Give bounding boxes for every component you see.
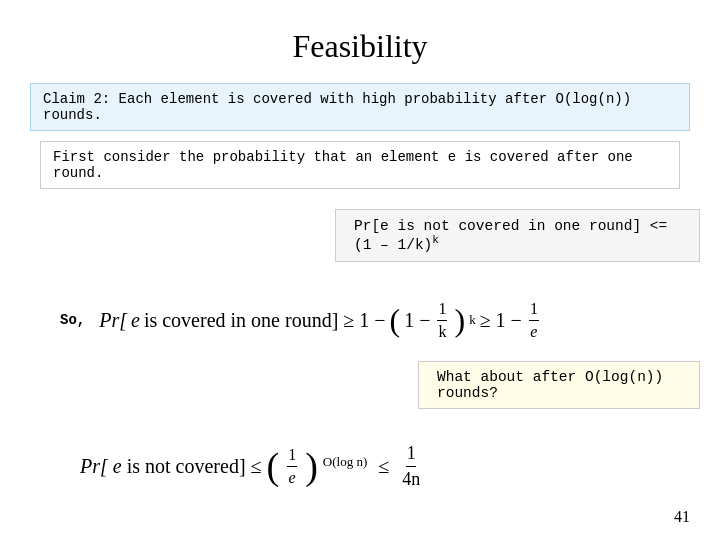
so-label: So, [60,312,85,328]
so-line: So, Pr[ e is covered in one round] ≥ 1 −… [60,300,700,341]
geq-sign: ≥ 1 − [480,309,522,332]
pr-e-text: e [131,309,140,332]
big-right-paren: ) [305,447,318,485]
so-formula: Pr[ e is covered in one round] ≥ 1 − ( 1… [99,300,542,341]
pr-not-covered-box: Pr[e is not covered in one round] <= (1 … [335,209,700,262]
one-minus: 1 − [404,309,430,332]
pr-e-label: e [113,455,122,478]
claim-box: Claim 2: Each element is covered with hi… [30,83,690,131]
exponent-ologn: O(log n) [323,454,367,470]
frac-1-k: 1 k [437,300,447,341]
exponent-k: k [469,312,476,328]
pr-text: Pr[ [99,309,127,332]
pr-not-text: is not covered] ≤ [127,455,262,478]
pr-box-text: Pr[e is not covered in one round] <= (1 … [354,218,667,253]
claim-text: Claim 2: Each element is covered with hi… [43,91,631,123]
right-paren-1: ) [454,304,465,336]
big-left-paren: ( [267,447,280,485]
frac-1-4n: 1 4n [402,443,420,490]
page-number: 41 [674,508,690,526]
pr-label: Pr[ [80,455,108,478]
page-container: Feasibility Claim 2: Each element is cov… [0,0,720,540]
frac-1-e-2: 1 e [287,446,297,487]
frac-1-e: 1 e [529,300,539,341]
pr-covered-text: is covered in one round] ≥ 1 − [144,309,386,332]
left-paren-1: ( [390,304,401,336]
leq-sign-2: ≤ [378,455,389,478]
page-title: Feasibility [20,0,700,83]
what-about-box: What about after O(log(n)) rounds? [418,361,700,409]
first-consider-text: First consider the probability that an e… [53,149,633,181]
pr-not-covered-formula: Pr[ e is not covered] ≤ ( 1 e ) O(log n)… [80,443,700,490]
first-consider-box: First consider the probability that an e… [40,141,680,189]
what-about-text: What about after O(log(n)) rounds? [437,369,663,401]
